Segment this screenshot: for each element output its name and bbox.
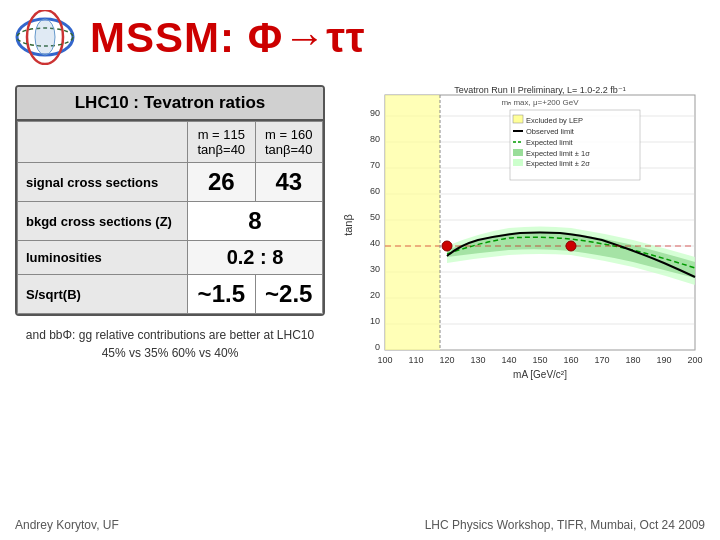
row-ssqrtb-col2: ~2.5 [255,275,322,314]
footer-line1: and bbΦ: gg relative contributions are b… [15,326,325,344]
row-bkgd-merged: 8 [188,202,323,241]
table-row: luminosities 0.2 : 8 [18,241,323,275]
svg-text:Expected limit ± 1σ: Expected limit ± 1σ [526,149,590,158]
svg-text:200: 200 [687,355,702,365]
right-panel: Tevatron Run II Preliminary, L= 1.0-2.2 … [340,85,710,425]
svg-text:100: 100 [377,355,392,365]
row-label-signal: signal cross sections [18,163,188,202]
table-row: signal cross sections 26 43 [18,163,323,202]
table-title: LHC10 : Tevatron ratios [17,87,323,121]
svg-text:mₕ max, μ=+200 GeV: mₕ max, μ=+200 GeV [502,98,580,107]
svg-text:50: 50 [370,212,380,222]
row-ssqrtb-col1: ~1.5 [188,275,255,314]
presenter-info: Andrey Korytov, UF LHC Physics Workshop,… [15,518,705,532]
main-content: LHC10 : Tevatron ratios m = 115 tanβ=40 … [0,75,720,435]
row-label-bkgd: bkgd cross sections (Z) [18,202,188,241]
svg-text:70: 70 [370,160,380,170]
svg-text:80: 80 [370,134,380,144]
svg-text:170: 170 [594,355,609,365]
svg-text:140: 140 [501,355,516,365]
svg-text:40: 40 [370,238,380,248]
row-label-lumi: luminosities [18,241,188,275]
left-panel: LHC10 : Tevatron ratios m = 115 tanβ=40 … [15,85,325,425]
chart-area: Tevatron Run II Preliminary, L= 1.0-2.2 … [340,85,710,425]
svg-text:110: 110 [408,355,423,365]
row-label-ssqrtb: S/sqrt(B) [18,275,188,314]
svg-rect-52 [513,149,523,156]
svg-text:20: 20 [370,290,380,300]
svg-text:0: 0 [375,342,380,352]
col-row-header [18,122,188,163]
svg-text:10: 10 [370,316,380,326]
svg-text:Excluded by LEP: Excluded by LEP [526,116,583,125]
data-table: m = 115 tanβ=40 m = 160 tanβ=40 signal c… [17,121,323,314]
svg-point-3 [35,19,55,55]
svg-text:Tevatron Run II Preliminary, L: Tevatron Run II Preliminary, L= 1.0-2.2 … [454,85,626,95]
page-title: MSSM: Φ→ττ [90,14,366,62]
svg-text:180: 180 [625,355,640,365]
row-lumi-merged: 0.2 : 8 [188,241,323,275]
svg-text:190: 190 [656,355,671,365]
svg-text:150: 150 [532,355,547,365]
svg-text:Observed limit: Observed limit [526,127,575,136]
svg-text:120: 120 [439,355,454,365]
svg-point-43 [566,241,576,251]
row-signal-col2: 43 [255,163,322,202]
svg-rect-46 [513,115,523,123]
footer-line2: 45% vs 35% 60% vs 40% [15,344,325,362]
svg-text:tanβ: tanβ [342,214,354,236]
svg-text:Expected limit: Expected limit [526,138,574,147]
table-row: S/sqrt(B) ~1.5 ~2.5 [18,275,323,314]
comparison-table: LHC10 : Tevatron ratios m = 115 tanβ=40 … [15,85,325,316]
svg-text:90: 90 [370,108,380,118]
header: MSSM: Φ→ττ [0,0,720,75]
footer-notes: and bbΦ: gg relative contributions are b… [15,326,325,362]
svg-text:60: 60 [370,186,380,196]
svg-point-42 [442,241,452,251]
svg-text:160: 160 [563,355,578,365]
row-signal-col1: 26 [188,163,255,202]
presenter-name: Andrey Korytov, UF [15,518,119,532]
col1-header: m = 115 tanβ=40 [188,122,255,163]
svg-text:130: 130 [470,355,485,365]
col2-header: m = 160 tanβ=40 [255,122,322,163]
event-name: LHC Physics Workshop, TIFR, Mumbai, Oct … [425,518,705,532]
svg-text:30: 30 [370,264,380,274]
svg-rect-40 [385,95,440,350]
svg-text:Expected limit ± 2σ: Expected limit ± 2σ [526,159,590,168]
table-row: bkgd cross sections (Z) 8 [18,202,323,241]
svg-text:mA [GeV/c²]: mA [GeV/c²] [513,369,567,380]
svg-rect-54 [513,159,523,166]
logo [15,10,75,65]
tevatron-chart: Tevatron Run II Preliminary, L= 1.0-2.2 … [340,85,710,425]
